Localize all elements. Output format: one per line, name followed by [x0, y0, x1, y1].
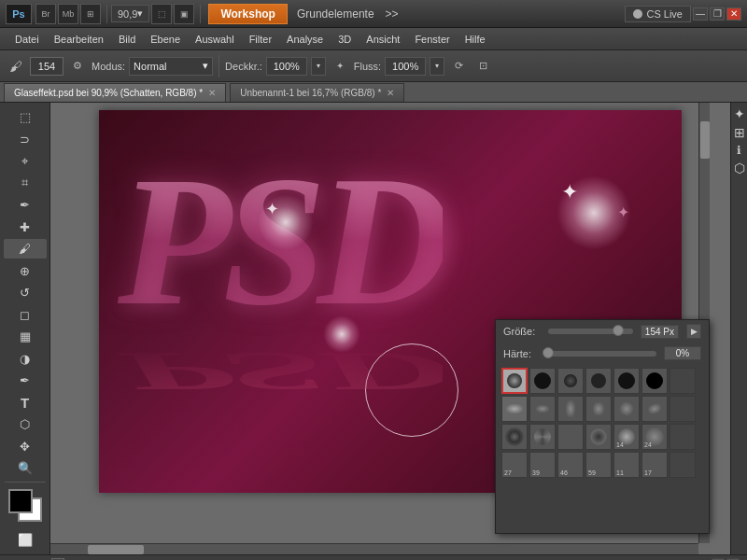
- move-tool[interactable]: ✥: [4, 436, 47, 455]
- color-swatch[interactable]: [8, 489, 42, 522]
- brush-cell-3[interactable]: [557, 368, 584, 394]
- panel-btn-3[interactable]: ℹ: [737, 144, 741, 157]
- brush-size-dropdown[interactable]: 90,9 ▾: [111, 5, 149, 22]
- dodge-tool[interactable]: ◑: [4, 348, 47, 368]
- brush-cell-24[interactable]: 17: [641, 452, 668, 478]
- modus-label: Modus:: [92, 61, 125, 72]
- brush-tool[interactable]: 🖌: [4, 239, 47, 259]
- brush-cell-11[interactable]: [613, 396, 640, 422]
- menu-datei[interactable]: Datei: [7, 31, 47, 48]
- cslive-button[interactable]: CS Live: [625, 6, 691, 22]
- sparkle-star-1: ✦: [265, 199, 279, 219]
- brush-cell-16[interactable]: [585, 424, 612, 450]
- brush-size-input[interactable]: [30, 57, 63, 76]
- gradient-tool[interactable]: ▦: [4, 327, 47, 346]
- brush-cell-2[interactable]: [529, 368, 556, 394]
- brush-options-icon[interactable]: ⚙: [67, 56, 88, 77]
- brush-cell-18[interactable]: 24: [641, 424, 668, 450]
- hardness-value: 0%: [664, 346, 701, 360]
- brush-cell-7[interactable]: [501, 396, 528, 422]
- size-arrow-btn[interactable]: ▶: [686, 324, 701, 339]
- layout-icon[interactable]: ⬚: [151, 4, 172, 24]
- zoom-tool[interactable]: 🔍: [4, 458, 47, 478]
- modus-dropdown[interactable]: Normal ▾: [129, 57, 213, 76]
- panel-btn-1[interactable]: ✦: [734, 106, 745, 121]
- eyedrop-tool[interactable]: ✒: [4, 195, 47, 215]
- tab-unbenannt[interactable]: Unbenannt-1 bei 16,7% (RGB/8) * ✕: [230, 83, 404, 102]
- horizontal-scrollbar[interactable]: [50, 543, 698, 554]
- pen-tool[interactable]: ✒: [4, 371, 47, 390]
- brush-cell-8[interactable]: [529, 396, 556, 422]
- brush-cell-1[interactable]: [501, 368, 528, 394]
- brush-cell-10[interactable]: [585, 396, 612, 422]
- heal-tool[interactable]: ✚: [4, 217, 47, 236]
- clone-tool[interactable]: ⊕: [4, 260, 47, 280]
- brush-cell-4[interactable]: [585, 368, 612, 394]
- brush-cell-14[interactable]: [529, 424, 556, 450]
- tablet-icon[interactable]: ⟳: [448, 56, 469, 77]
- airbrush-icon[interactable]: ✦: [330, 56, 350, 77]
- rect-marquee-icon: ⬚: [20, 110, 31, 124]
- history-brush-tool[interactable]: ↺: [4, 283, 47, 302]
- menu-auswahl[interactable]: Auswahl: [188, 31, 242, 48]
- view-options-icon[interactable]: ⊞: [80, 4, 101, 24]
- brush-cell-23[interactable]: 11: [613, 452, 640, 478]
- type-icon: T: [21, 395, 29, 411]
- size-slider[interactable]: [548, 329, 633, 334]
- deckkraft-input[interactable]: [266, 57, 307, 76]
- deckkraft-arrow[interactable]: ▾: [311, 57, 326, 76]
- panel-btn-2[interactable]: ⊞: [734, 125, 745, 140]
- tab-glaseffekt-close[interactable]: ✕: [208, 88, 216, 98]
- brush-cell-12[interactable]: [641, 396, 668, 422]
- eraser-tool[interactable]: ◻: [4, 304, 47, 324]
- menu-3d[interactable]: 3D: [331, 31, 359, 48]
- brush-cell-9[interactable]: [557, 396, 584, 422]
- vertical-scroll-thumb[interactable]: [700, 121, 710, 159]
- brush-preset-icon[interactable]: 🖌: [6, 56, 26, 77]
- brush-cell-20[interactable]: 39: [529, 452, 556, 478]
- brush-cell-15[interactable]: [557, 424, 584, 450]
- frame-icon[interactable]: ▣: [174, 4, 194, 24]
- more-button[interactable]: >>: [386, 7, 399, 21]
- wand-tool[interactable]: ⌖: [4, 151, 47, 171]
- menu-ansicht[interactable]: Ansicht: [359, 31, 407, 48]
- hardness-slider[interactable]: [548, 351, 656, 357]
- canvas-area: PSD PSD ✦ ✦ ✦ PSD Größe: 154: [50, 103, 730, 554]
- menu-fenster[interactable]: Fenster: [407, 31, 457, 48]
- menu-filter[interactable]: Filter: [242, 31, 279, 48]
- tablet-btn[interactable]: ⊡: [472, 56, 493, 77]
- shape-tool[interactable]: ⬡: [4, 414, 47, 434]
- menu-bild[interactable]: Bild: [111, 31, 143, 48]
- fluss-input[interactable]: [385, 57, 426, 76]
- brush-cell-21[interactable]: 46: [557, 452, 584, 478]
- panel-btn-4[interactable]: ⬡: [734, 161, 745, 175]
- crop-tool[interactable]: ⌗: [4, 173, 47, 192]
- window-minimize-button[interactable]: —: [693, 7, 708, 21]
- screen-mode-btn[interactable]: ⬜: [4, 529, 47, 549]
- menu-ebene[interactable]: Ebene: [143, 31, 188, 48]
- brush-cell-22[interactable]: 59: [585, 452, 612, 478]
- brush-cell-5[interactable]: [613, 368, 640, 394]
- bridge-icon[interactable]: Br: [35, 4, 56, 24]
- window-close-button[interactable]: ✕: [726, 7, 741, 21]
- marquee-tool[interactable]: ⬚: [4, 107, 47, 127]
- fluss-arrow[interactable]: ▾: [430, 57, 444, 76]
- menu-bearbeiten[interactable]: Bearbeiten: [47, 31, 111, 48]
- type-tool[interactable]: T: [4, 392, 47, 412]
- brush-cell-17[interactable]: 14: [613, 424, 640, 450]
- pen-icon: ✒: [20, 373, 30, 387]
- brush-icon: 🖌: [19, 242, 31, 256]
- tab-unbenannt-close[interactable]: ✕: [387, 88, 394, 98]
- brush-cell-13[interactable]: [501, 424, 528, 450]
- workshop-button[interactable]: Workshop: [208, 4, 287, 24]
- minibrige-icon[interactable]: Mb: [58, 4, 78, 24]
- tab-glaseffekt[interactable]: Glaseffekt.psd bei 90,9% (Schatten, RGB/…: [4, 83, 226, 102]
- menu-analyse[interactable]: Analyse: [279, 31, 331, 48]
- brush-cell-6[interactable]: [641, 368, 668, 394]
- window-maximize-button[interactable]: ❐: [710, 7, 725, 21]
- brush-cell-19[interactable]: 27: [501, 452, 528, 478]
- menu-hilfe[interactable]: Hilfe: [458, 31, 493, 48]
- horizontal-scroll-thumb[interactable]: [88, 545, 144, 554]
- lasso-tool[interactable]: ⊃: [4, 129, 47, 148]
- foreground-color[interactable]: [8, 489, 33, 513]
